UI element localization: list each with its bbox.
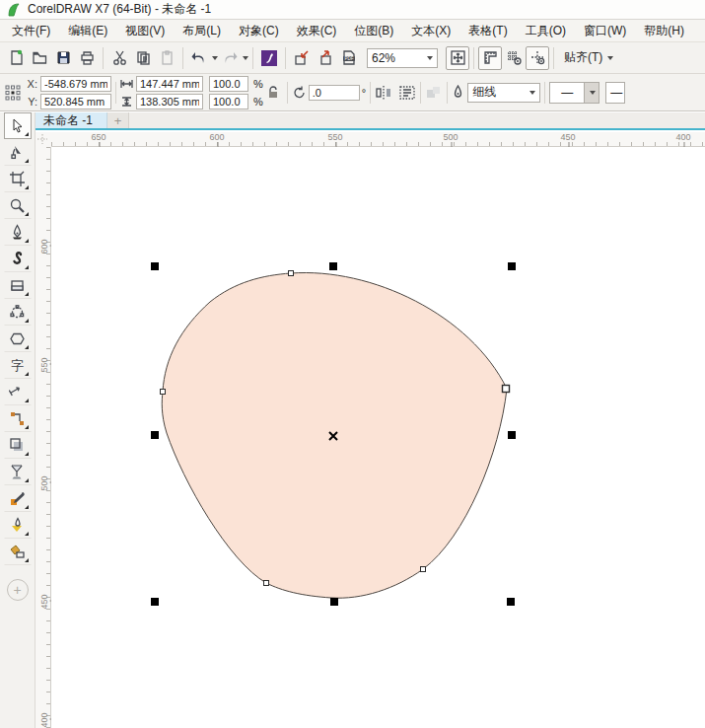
ruler-origin-corner[interactable] <box>35 132 51 147</box>
selection-handle-top-right[interactable] <box>508 262 516 270</box>
cut-button[interactable] <box>107 46 131 70</box>
drop-shadow-tool[interactable] <box>4 432 32 459</box>
publish-pdf-button[interactable]: PDF <box>337 46 361 70</box>
selection-handle-middle-left[interactable] <box>151 431 159 439</box>
new-document-button[interactable] <box>4 46 28 70</box>
color-eyedropper-tool[interactable] <box>4 485 32 512</box>
zoom-level-combobox[interactable]: 62% <box>367 48 438 68</box>
menu-help[interactable]: 帮助(H) <box>636 21 692 41</box>
selection-handle-top-left[interactable] <box>151 262 159 270</box>
y-position-input[interactable] <box>40 94 111 109</box>
drawing-canvas[interactable] <box>51 147 705 728</box>
vertical-ruler[interactable]: 600 550 500 450 400 <box>35 147 51 728</box>
line-style-dropdown-button[interactable] <box>584 83 599 103</box>
scale-vertical-input[interactable] <box>209 94 248 109</box>
menu-layout[interactable]: 布局(L) <box>175 21 229 41</box>
document-tab-label: 未命名 -1 <box>43 112 93 129</box>
menu-edit[interactable]: 编辑(E) <box>60 21 115 41</box>
menu-table[interactable]: 表格(T) <box>460 21 515 41</box>
selection-handle-bottom-center[interactable] <box>330 598 338 606</box>
curve-node[interactable] <box>421 567 426 572</box>
save-button[interactable] <box>51 46 75 70</box>
horizontal-ruler[interactable]: 650 600 550 500 450 400 <box>51 132 705 147</box>
full-screen-preview-button[interactable] <box>446 46 469 70</box>
import-button[interactable] <box>290 46 314 70</box>
redo-button[interactable] <box>218 46 242 70</box>
standard-toolbar: PDF 62% 贴齐(T) <box>0 42 705 74</box>
undo-button[interactable] <box>187 46 211 70</box>
polygon-tool[interactable] <box>4 326 32 352</box>
application-launcher-button[interactable] <box>257 46 281 70</box>
curve-node[interactable] <box>161 390 166 395</box>
crop-tool[interactable] <box>4 166 32 192</box>
line-style-combobox[interactable]: — <box>549 82 599 104</box>
outline-width-combobox[interactable]: 细线 <box>467 83 540 103</box>
scale-horizontal-input[interactable] <box>209 76 248 92</box>
dimension-tool[interactable] <box>4 379 32 405</box>
toolbox: 字 + <box>0 112 35 728</box>
mirror-horizontal-icon[interactable] <box>375 85 392 101</box>
menu-window[interactable]: 窗口(W) <box>576 21 634 41</box>
selection-handle-middle-right[interactable] <box>508 431 516 439</box>
text-tool-glyph: 字 <box>11 357 24 375</box>
convert-to-curves-icon[interactable] <box>425 85 443 101</box>
zoom-tool[interactable] <box>4 192 32 219</box>
paste-button[interactable] <box>155 46 178 70</box>
open-button[interactable] <box>28 46 51 70</box>
show-grid-toggle[interactable] <box>502 46 526 70</box>
object-height-input[interactable] <box>136 94 203 109</box>
canvas-svg <box>51 147 705 728</box>
text-tool[interactable]: 字 <box>4 352 32 379</box>
menu-tools[interactable]: 工具(O) <box>518 21 574 41</box>
show-rulers-toggle[interactable] <box>478 46 502 70</box>
menu-effects[interactable]: 效果(C) <box>289 21 345 41</box>
h-ruler-label: 400 <box>675 132 690 142</box>
snap-dropdown-arrow <box>607 56 613 60</box>
print-button[interactable] <box>75 46 99 70</box>
curve-node[interactable] <box>264 581 269 586</box>
x-position-input[interactable] <box>40 76 111 92</box>
outline-width-value: 细线 <box>472 84 496 101</box>
rectangle-tool[interactable] <box>4 272 32 299</box>
snap-to-dropdown[interactable]: 贴齐(T) <box>558 47 619 68</box>
y-position-label: Y: <box>26 96 37 108</box>
rotation-angle-input[interactable] <box>309 85 360 101</box>
redo-dropdown-arrow[interactable] <box>243 56 248 60</box>
copy-button[interactable] <box>131 46 155 70</box>
curve-node[interactable] <box>289 271 294 276</box>
curve-tool[interactable] <box>4 246 32 272</box>
customize-toolbox-button[interactable]: + <box>7 579 29 601</box>
pick-tool[interactable] <box>4 112 32 139</box>
h-ruler-label: 600 <box>209 132 224 142</box>
transparency-tool[interactable] <box>4 459 32 485</box>
freehand-tool[interactable] <box>4 219 32 246</box>
menu-object[interactable]: 对象(C) <box>231 21 287 41</box>
wrap-text-icon[interactable] <box>398 85 416 101</box>
menu-bar: 文件(F) 编辑(E) 视图(V) 布局(L) 对象(C) 效果(C) 位图(B… <box>0 20 705 42</box>
propbar-separator <box>287 82 288 104</box>
show-guidelines-toggle[interactable] <box>526 46 549 70</box>
connector-tool[interactable] <box>4 405 32 432</box>
rotation-angle-icon <box>292 85 307 100</box>
curve-start-node[interactable] <box>503 386 510 393</box>
start-arrowhead-combobox[interactable]: — <box>605 82 625 104</box>
document-tab-active[interactable]: 未命名 -1 <box>35 112 107 128</box>
ellipse-tool[interactable] <box>4 299 32 326</box>
menu-view[interactable]: 视图(V) <box>117 21 173 41</box>
menu-file[interactable]: 文件(F) <box>4 21 58 41</box>
selection-handle-top-center[interactable] <box>329 262 337 270</box>
selection-handle-bottom-left[interactable] <box>151 598 159 606</box>
export-button[interactable] <box>314 46 337 70</box>
lock-ratio-icon[interactable] <box>267 86 279 100</box>
menu-text[interactable]: 文本(X) <box>403 21 458 41</box>
toolbar-separator <box>182 47 183 69</box>
object-width-input[interactable] <box>136 76 203 92</box>
menu-bitmaps[interactable]: 位图(B) <box>346 21 401 41</box>
new-tab-button[interactable]: + <box>107 112 129 128</box>
toolbar-separator <box>473 47 474 69</box>
selection-handle-bottom-right[interactable] <box>507 598 515 606</box>
smart-fill-tool[interactable] <box>4 539 32 565</box>
horizontal-ruler-ticks <box>51 142 705 146</box>
shape-tool[interactable] <box>4 139 32 166</box>
interactive-fill-tool[interactable] <box>4 512 32 539</box>
